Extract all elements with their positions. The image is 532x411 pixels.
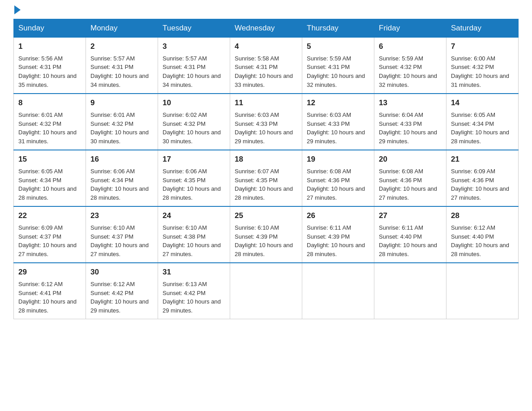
calendar-cell: 14Sunrise: 6:05 AMSunset: 4:34 PMDayligh… [446, 94, 519, 150]
calendar-cell: 13Sunrise: 6:04 AMSunset: 4:33 PMDayligh… [374, 94, 446, 150]
day-info: Sunrise: 6:05 AMSunset: 4:34 PMDaylight:… [18, 168, 77, 201]
day-info: Sunrise: 6:01 AMSunset: 4:32 PMDaylight:… [90, 111, 149, 145]
day-info: Sunrise: 6:12 AMSunset: 4:41 PMDaylight:… [18, 281, 77, 314]
calendar-cell: 16Sunrise: 6:06 AMSunset: 4:34 PMDayligh… [86, 150, 158, 206]
calendar-cell: 8Sunrise: 6:01 AMSunset: 4:32 PMDaylight… [14, 94, 86, 150]
week-row-2: 8Sunrise: 6:01 AMSunset: 4:32 PMDaylight… [14, 94, 519, 150]
calendar-cell [446, 263, 519, 319]
calendar-cell: 18Sunrise: 6:07 AMSunset: 4:35 PMDayligh… [230, 150, 302, 206]
header-day-saturday: Saturday [446, 19, 519, 38]
day-info: Sunrise: 6:05 AMSunset: 4:34 PMDaylight:… [451, 111, 509, 145]
day-info: Sunrise: 6:04 AMSunset: 4:33 PMDaylight:… [379, 111, 437, 145]
calendar-cell: 23Sunrise: 6:10 AMSunset: 4:37 PMDayligh… [86, 206, 158, 263]
day-number: 7 [451, 41, 514, 52]
day-number: 10 [163, 98, 225, 109]
day-number: 17 [163, 154, 225, 165]
calendar-cell: 24Sunrise: 6:10 AMSunset: 4:38 PMDayligh… [158, 206, 230, 263]
day-info: Sunrise: 6:10 AMSunset: 4:39 PMDaylight:… [235, 224, 293, 258]
page-header [13, 9, 519, 14]
day-info: Sunrise: 6:12 AMSunset: 4:40 PMDaylight:… [451, 224, 509, 258]
calendar-cell: 1Sunrise: 5:56 AMSunset: 4:31 PMDaylight… [14, 38, 86, 94]
day-info: Sunrise: 5:59 AMSunset: 4:32 PMDaylight:… [379, 55, 437, 89]
day-info: Sunrise: 6:03 AMSunset: 4:33 PMDaylight:… [307, 111, 365, 145]
calendar-cell: 27Sunrise: 6:11 AMSunset: 4:40 PMDayligh… [374, 206, 446, 263]
header-day-tuesday: Tuesday [158, 19, 230, 38]
calendar-cell: 11Sunrise: 6:03 AMSunset: 4:33 PMDayligh… [230, 94, 302, 150]
header-day-friday: Friday [374, 19, 446, 38]
week-row-4: 22Sunrise: 6:09 AMSunset: 4:37 PMDayligh… [14, 206, 519, 263]
day-number: 14 [451, 98, 514, 109]
logo-triangle-icon [14, 5, 21, 14]
header-day-sunday: Sunday [14, 19, 86, 38]
calendar-cell: 20Sunrise: 6:08 AMSunset: 4:36 PMDayligh… [374, 150, 446, 206]
day-info: Sunrise: 6:11 AMSunset: 4:40 PMDaylight:… [379, 224, 437, 258]
calendar-cell: 12Sunrise: 6:03 AMSunset: 4:33 PMDayligh… [302, 94, 374, 150]
day-info: Sunrise: 6:10 AMSunset: 4:37 PMDaylight:… [90, 224, 149, 258]
day-number: 29 [18, 267, 81, 278]
day-info: Sunrise: 6:13 AMSunset: 4:42 PMDaylight:… [163, 281, 221, 314]
day-info: Sunrise: 6:03 AMSunset: 4:33 PMDaylight:… [235, 111, 293, 145]
day-number: 23 [90, 210, 153, 222]
calendar-cell: 15Sunrise: 6:05 AMSunset: 4:34 PMDayligh… [14, 150, 86, 206]
day-info: Sunrise: 6:09 AMSunset: 4:37 PMDaylight:… [18, 224, 77, 258]
calendar-header: SundayMondayTuesdayWednesdayThursdayFrid… [14, 19, 519, 38]
calendar-table: SundayMondayTuesdayWednesdayThursdayFrid… [13, 19, 519, 319]
header-row: SundayMondayTuesdayWednesdayThursdayFrid… [14, 19, 519, 38]
calendar-cell: 9Sunrise: 6:01 AMSunset: 4:32 PMDaylight… [86, 94, 158, 150]
day-info: Sunrise: 5:57 AMSunset: 4:31 PMDaylight:… [163, 55, 221, 89]
day-number: 24 [163, 210, 225, 222]
day-info: Sunrise: 6:11 AMSunset: 4:39 PMDaylight:… [307, 224, 365, 258]
day-number: 30 [90, 267, 153, 278]
day-number: 20 [379, 154, 442, 165]
day-info: Sunrise: 5:58 AMSunset: 4:31 PMDaylight:… [235, 55, 293, 89]
day-number: 26 [307, 210, 369, 222]
logo [13, 9, 21, 14]
day-number: 28 [451, 210, 514, 222]
day-info: Sunrise: 6:08 AMSunset: 4:36 PMDaylight:… [379, 168, 437, 201]
day-number: 12 [307, 98, 369, 109]
calendar-cell: 30Sunrise: 6:12 AMSunset: 4:42 PMDayligh… [86, 263, 158, 319]
day-info: Sunrise: 6:02 AMSunset: 4:32 PMDaylight:… [163, 111, 221, 145]
day-info: Sunrise: 5:57 AMSunset: 4:31 PMDaylight:… [90, 55, 149, 89]
day-info: Sunrise: 5:56 AMSunset: 4:31 PMDaylight:… [18, 55, 77, 89]
calendar-cell: 2Sunrise: 5:57 AMSunset: 4:31 PMDaylight… [86, 38, 158, 94]
day-number: 19 [307, 154, 369, 165]
day-number: 4 [235, 41, 297, 52]
day-number: 3 [163, 41, 225, 52]
day-number: 2 [90, 41, 153, 52]
day-info: Sunrise: 6:06 AMSunset: 4:34 PMDaylight:… [90, 168, 149, 201]
day-info: Sunrise: 5:59 AMSunset: 4:31 PMDaylight:… [307, 55, 365, 89]
day-number: 21 [451, 154, 514, 165]
week-row-5: 29Sunrise: 6:12 AMSunset: 4:41 PMDayligh… [14, 263, 519, 319]
calendar-cell: 17Sunrise: 6:06 AMSunset: 4:35 PMDayligh… [158, 150, 230, 206]
day-number: 18 [235, 154, 297, 165]
day-info: Sunrise: 6:06 AMSunset: 4:35 PMDaylight:… [163, 168, 221, 201]
day-number: 25 [235, 210, 297, 222]
calendar-cell [230, 263, 302, 319]
calendar-cell: 7Sunrise: 6:00 AMSunset: 4:32 PMDaylight… [446, 38, 519, 94]
calendar-cell: 31Sunrise: 6:13 AMSunset: 4:42 PMDayligh… [158, 263, 230, 319]
calendar-cell: 19Sunrise: 6:08 AMSunset: 4:36 PMDayligh… [302, 150, 374, 206]
day-info: Sunrise: 6:12 AMSunset: 4:42 PMDaylight:… [90, 281, 149, 314]
week-row-1: 1Sunrise: 5:56 AMSunset: 4:31 PMDaylight… [14, 38, 519, 94]
day-info: Sunrise: 6:00 AMSunset: 4:32 PMDaylight:… [451, 55, 509, 89]
calendar-cell [374, 263, 446, 319]
calendar-cell: 4Sunrise: 5:58 AMSunset: 4:31 PMDaylight… [230, 38, 302, 94]
calendar-cell: 3Sunrise: 5:57 AMSunset: 4:31 PMDaylight… [158, 38, 230, 94]
header-day-wednesday: Wednesday [230, 19, 302, 38]
day-number: 22 [18, 210, 81, 222]
day-number: 16 [90, 154, 153, 165]
calendar-cell: 22Sunrise: 6:09 AMSunset: 4:37 PMDayligh… [14, 206, 86, 263]
day-info: Sunrise: 6:09 AMSunset: 4:36 PMDaylight:… [451, 168, 509, 201]
day-info: Sunrise: 6:10 AMSunset: 4:38 PMDaylight:… [163, 224, 221, 258]
day-number: 5 [307, 41, 369, 52]
day-number: 8 [18, 98, 81, 109]
day-number: 11 [235, 98, 297, 109]
day-info: Sunrise: 6:01 AMSunset: 4:32 PMDaylight:… [18, 111, 77, 145]
calendar-cell [302, 263, 374, 319]
day-number: 1 [18, 41, 81, 52]
calendar-cell: 29Sunrise: 6:12 AMSunset: 4:41 PMDayligh… [14, 263, 86, 319]
day-number: 27 [379, 210, 442, 222]
calendar-cell: 26Sunrise: 6:11 AMSunset: 4:39 PMDayligh… [302, 206, 374, 263]
calendar-cell: 6Sunrise: 5:59 AMSunset: 4:32 PMDaylight… [374, 38, 446, 94]
